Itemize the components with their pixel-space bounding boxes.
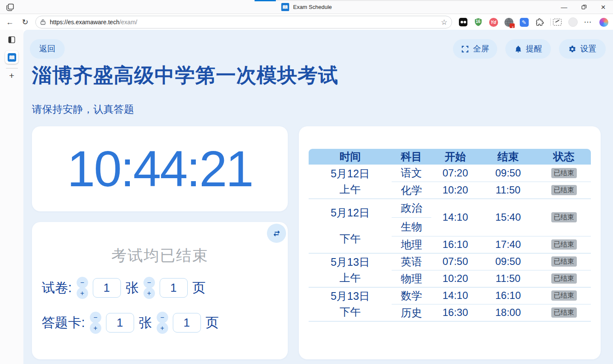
- lock-icon[interactable]: [40, 19, 46, 26]
- paper-label: 试卷:: [42, 279, 72, 297]
- answer-pages-unit: 页: [206, 314, 219, 332]
- status-cell: 已结束: [537, 304, 591, 321]
- schedule-card: 时间 科目 开始 结束 状态 5月12日上午 语文 07:20: [299, 126, 601, 359]
- copilot-icon[interactable]: [599, 17, 609, 27]
- globe-error-badge: x: [510, 23, 515, 28]
- paper-sheets-stepper: − +: [77, 277, 88, 299]
- answer-sheet-row: 答题卡: − + 张 − + 页: [42, 309, 219, 336]
- table-row: 5月13日下午 数学 14:10 16:10 已结束: [309, 287, 591, 304]
- swap-arrows-icon: [272, 229, 281, 238]
- answer-sheets-unit: 张: [139, 314, 152, 332]
- examaware-app-icon: [8, 53, 16, 62]
- status-badge: 已结束: [551, 212, 577, 222]
- date-cell: 5月13日下午: [309, 287, 392, 321]
- start-cell: 16:10: [431, 236, 479, 253]
- exam-page: 返回 全屏 提醒 设置 淄博齐盛高级中学第一次模块考试: [23, 30, 613, 364]
- paper-pages-minus-button[interactable]: −: [143, 277, 155, 288]
- edge-sidebar: +: [0, 30, 23, 364]
- start-cell: 10:20: [431, 270, 479, 287]
- answer-pages-plus-button[interactable]: +: [157, 322, 168, 334]
- more-options-icon[interactable]: ⋯: [583, 17, 593, 27]
- active-tab-accent: [255, 0, 276, 1]
- paper-pages-plus-button[interactable]: +: [143, 287, 155, 299]
- refresh-icon[interactable]: ↻: [19, 16, 32, 28]
- answer-pages-stepper: − +: [157, 312, 168, 334]
- clock-card: 10:44:21: [32, 126, 288, 211]
- paper-pages-input[interactable]: [160, 278, 188, 298]
- url-path: /exam/: [119, 19, 137, 26]
- paper-sheets-minus-button[interactable]: −: [77, 277, 88, 288]
- status-badge: 已结束: [551, 307, 577, 318]
- paper-sheets-input[interactable]: [93, 278, 121, 298]
- subject-cell: 数学: [392, 287, 431, 304]
- browser-window: Exam Schedule — × ← ↻ https://es.examawa…: [0, 0, 613, 364]
- back-button[interactable]: 返回: [30, 39, 65, 59]
- titlebar: Exam Schedule — ×: [0, 0, 613, 14]
- workspaces-icon[interactable]: [6, 3, 14, 11]
- tab-title: Exam Schedule: [293, 4, 332, 10]
- back-nav-icon[interactable]: ←: [3, 16, 16, 28]
- reminder-button[interactable]: 提醒: [505, 39, 551, 59]
- settings-button[interactable]: 设置: [559, 39, 606, 59]
- subject-cell: 化学: [392, 182, 431, 199]
- sidebar-toggle-icon[interactable]: [8, 36, 16, 44]
- answer-pages-input[interactable]: [173, 313, 201, 333]
- address-bar[interactable]: https://es.examaware.tech/exam/ ☆: [35, 16, 452, 28]
- status-cell: 已结束: [537, 165, 591, 182]
- extension-yd-icon[interactable]: Yd: [488, 17, 498, 27]
- tab-exam-schedule[interactable]: Exam Schedule: [275, 0, 338, 14]
- table-row: 5月12日下午 政治生物 14:10 15:40 已结束: [309, 199, 591, 236]
- fullscreen-button[interactable]: 全屏: [453, 39, 497, 59]
- paper-pages-stepper: − +: [143, 277, 155, 299]
- extension-translate-icon[interactable]: ✎: [519, 17, 529, 27]
- paper-pages-unit: 页: [192, 279, 206, 297]
- gear-icon: [568, 45, 576, 53]
- end-cell: 17:40: [479, 236, 537, 253]
- url-text[interactable]: https://es.examaware.tech/exam/: [50, 19, 441, 26]
- end-cell: 09:50: [479, 165, 537, 182]
- status-cell: 已结束: [537, 270, 591, 287]
- status-badge: 已结束: [551, 273, 577, 284]
- back-button-label: 返回: [39, 43, 55, 54]
- extensions-puzzle-icon[interactable]: [534, 17, 544, 27]
- answer-sheets-input[interactable]: [106, 313, 134, 333]
- end-cell: 16:10: [479, 287, 537, 304]
- status-badge: 已结束: [551, 185, 577, 195]
- favorite-star-icon[interactable]: ☆: [441, 18, 447, 27]
- close-button[interactable]: ×: [593, 0, 613, 14]
- end-cell: 11:50: [479, 270, 537, 287]
- start-cell: 14:10: [431, 287, 479, 304]
- table-row: 5月12日上午 语文 07:20 09:50 已结束: [309, 165, 591, 182]
- swap-button[interactable]: [267, 224, 286, 243]
- col-subject: 科目: [392, 149, 431, 165]
- answer-sheet-label: 答题卡:: [42, 314, 85, 332]
- bell-icon: [514, 45, 522, 53]
- status-cell: 已结束: [537, 199, 591, 236]
- profile-avatar[interactable]: [568, 17, 578, 27]
- subject-cell: 物理: [392, 270, 431, 287]
- url-domain: https://es.examaware.tech: [50, 19, 119, 26]
- reminder-label: 提醒: [526, 43, 542, 54]
- fullscreen-icon: [461, 45, 469, 53]
- extension-globe-icon[interactable]: x: [504, 17, 514, 27]
- subject-cell: 英语: [392, 253, 431, 270]
- answer-sheets-plus-button[interactable]: +: [90, 322, 101, 334]
- toolbar-separator: [550, 18, 551, 26]
- minimize-button[interactable]: —: [554, 0, 574, 14]
- sidebar-app-examaware[interactable]: [5, 51, 18, 64]
- subject-cell: 历史: [392, 304, 431, 321]
- answer-sheets-minus-button[interactable]: −: [90, 312, 101, 323]
- clock-time: 10:44:21: [67, 140, 252, 198]
- table-row: 5月13日上午 英语 07:50 09:50 已结束: [309, 253, 591, 270]
- status-badge: 已结束: [551, 256, 577, 267]
- end-cell: 11:50: [479, 182, 537, 199]
- extension-adblock-icon[interactable]: 16: [473, 17, 483, 27]
- restore-button[interactable]: [574, 0, 593, 14]
- answer-pages-minus-button[interactable]: −: [157, 312, 168, 323]
- sidebar-add-icon[interactable]: +: [9, 71, 14, 80]
- web-capture-icon[interactable]: [552, 17, 562, 27]
- end-cell: 18:00: [479, 304, 537, 321]
- answer-sheets-stepper: − +: [90, 312, 101, 334]
- extension-darkreader-icon[interactable]: [458, 17, 468, 27]
- paper-sheets-plus-button[interactable]: +: [77, 287, 88, 299]
